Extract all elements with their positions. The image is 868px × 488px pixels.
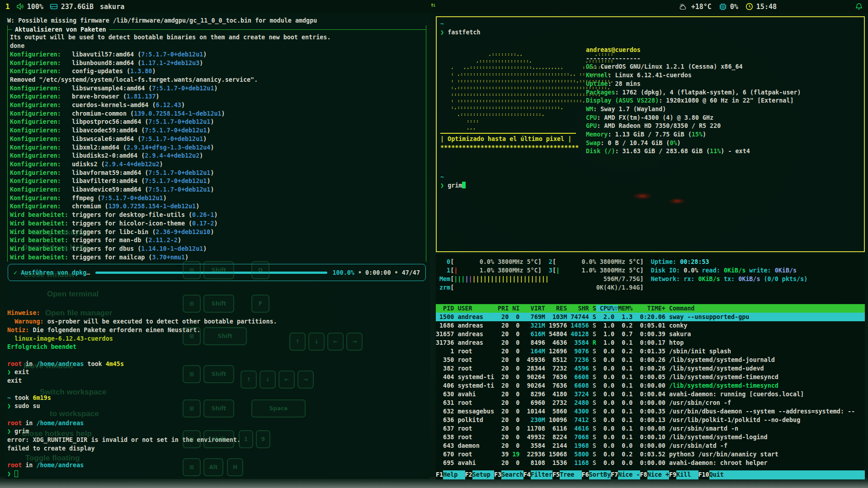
banner-rule bbox=[440, 133, 576, 134]
process-row[interactable]: 638 root 20 0 49932 8224 7068 S 0.0 0.1 … bbox=[436, 433, 865, 441]
terminal-line: --------------- bbox=[586, 55, 801, 63]
terminal-line: root in /home/andreas bbox=[7, 461, 427, 470]
chip-icon bbox=[719, 3, 727, 10]
fkey-label[interactable]: Kill bbox=[676, 470, 698, 479]
terminal-window-apt[interactable]: W: Possible missing firmware /lib/firmwa… bbox=[5, 15, 430, 479]
hostname: sakura bbox=[100, 3, 124, 11]
terminal-line: Konfigurieren: udisks2 (2.9.4-4+deb12u2) bbox=[10, 160, 426, 169]
fkey-label[interactable]: Quit bbox=[709, 470, 731, 479]
terminal-line: CPU: AMD FX(tm)-4300 (4) @ 3.80 GHz bbox=[586, 114, 801, 122]
process-row[interactable]: 636 polkitd 20 0 230M 10096 7412 S 0.0 0… bbox=[436, 416, 865, 424]
progress-percent: 100.0% bbox=[333, 269, 354, 276]
disk-icon bbox=[50, 3, 58, 10]
process-table-header[interactable]: PID USER PRI NI VIRT RES SHR S CPU%▽MEM%… bbox=[436, 304, 865, 313]
terminal-line: andreas@cuerdos bbox=[586, 46, 801, 55]
volume-module[interactable]: 100% bbox=[16, 3, 43, 11]
terminal-line: OS: CuerdOS GNU/Linux 1.2.1 (Cessna) x86… bbox=[586, 63, 801, 71]
disk-free-value: 237.6GiB bbox=[61, 3, 94, 11]
terminal-line: zrm[ 0K(4K)/1.94G] bbox=[439, 283, 861, 292]
process-row[interactable]: 630 avahi 20 0 8296 4180 3724 S 0.0 0.1 … bbox=[436, 390, 865, 399]
terminal-line: Konfigurieren: libpostproc56:amd64 (7:5.… bbox=[10, 118, 426, 127]
banner-stars: ************************************** bbox=[440, 144, 579, 151]
terminal-line: ❯ exit bbox=[7, 368, 427, 377]
progress-bar bbox=[95, 272, 327, 274]
command-grim: grim bbox=[448, 182, 462, 189]
process-row[interactable]: 406 systemd-ti 20 0 90264 7636 6608 S 0.… bbox=[436, 381, 865, 390]
volume-value: 100% bbox=[27, 3, 43, 11]
terminal-line bbox=[7, 284, 427, 292]
clock-icon bbox=[745, 3, 753, 10]
terminal-line: Konfigurieren: libavutil57:amd64 (7:5.1.… bbox=[10, 51, 426, 59]
fkey-label[interactable]: Nice - bbox=[618, 470, 640, 479]
weather-module[interactable]: +18°C bbox=[679, 3, 712, 11]
process-row[interactable]: 695 avahi 20 0 8108 1536 1168 S 0.0 0.0 … bbox=[436, 459, 865, 467]
progress-label bbox=[17, 269, 21, 276]
process-row[interactable]: 404 systemd-ti 20 0 90264 7636 6608 S 0.… bbox=[436, 373, 865, 381]
weather-icon bbox=[679, 3, 688, 10]
terminal-line: Removed "/etc/systemd/system/local-fs.ta… bbox=[10, 76, 426, 84]
fkey-label[interactable]: SortBy bbox=[589, 470, 611, 479]
terminal-line: Konfigurieren: chromium (139.0.7258.154-… bbox=[10, 202, 426, 211]
terminal-line: WM: Sway 1.7 (Wayland) bbox=[586, 105, 801, 114]
terminal-line bbox=[7, 411, 427, 419]
process-row[interactable]: 670 root 39 19 22936 15068 5800 S 0.0 0.… bbox=[436, 450, 865, 459]
process-row[interactable]: 31657 andreas 20 0 616M 54804 40128 S 1.… bbox=[436, 330, 865, 338]
terminal-line: done bbox=[10, 42, 426, 51]
fkey-label[interactable]: Setup bbox=[472, 470, 494, 479]
terminal-line bbox=[7, 385, 427, 394]
fkey-f7[interactable]: F7 bbox=[611, 470, 618, 479]
disk-module[interactable]: 237.6GiB bbox=[50, 3, 94, 11]
fkey-label[interactable]: Tree bbox=[560, 470, 581, 479]
cpu-module[interactable]: 0% bbox=[719, 3, 738, 11]
fkey-f3[interactable]: F3 bbox=[494, 470, 501, 479]
terminal-line: 0[ 0.0% 3800MHz 5°C] 2[ 0.0% 3800MHz 5°C… bbox=[439, 258, 861, 266]
banner-text: | Optimizado hasta el último pixel | bbox=[440, 136, 571, 142]
progress-time: 0:00:00 bbox=[365, 269, 391, 276]
shell-session-lines: Hinweise: Warnung: os-prober will be exe… bbox=[7, 284, 427, 478]
process-row[interactable]: 382 root 20 0 28344 7232 4596 S 0.0 0.1 … bbox=[436, 364, 865, 373]
bell-icon[interactable] bbox=[855, 3, 863, 10]
fkey-label[interactable]: Help bbox=[443, 470, 465, 479]
terminal-line: Warnung: os-prober will be executed to d… bbox=[7, 318, 427, 326]
fkey-f9[interactable]: F9 bbox=[669, 470, 676, 479]
terminal-line: W: Possible missing firmware /lib/firmwa… bbox=[7, 17, 427, 25]
fkey-f4[interactable]: F4 bbox=[524, 470, 531, 479]
process-row[interactable]: 1500 andreas 20 0 769M 103M 74744 S 2.0 … bbox=[436, 313, 865, 321]
terminal-line: Its output will be used to detect bootab… bbox=[10, 33, 426, 42]
terminal-window-htop[interactable]: 0[ 0.0% 3800MHz 5°C] 2[ 0.0% 3800MHz 5°C… bbox=[436, 254, 865, 479]
workspace-indicator[interactable]: 1 bbox=[5, 2, 10, 11]
fkey-f2[interactable]: F2 bbox=[465, 470, 472, 479]
time-value: 15:48 bbox=[756, 3, 777, 11]
terminal-line: Konfigurieren: libswscale6:amd64 (7:5.1.… bbox=[10, 135, 426, 144]
apt-frame-title-row: Aktualisieren von Paketen bbox=[7, 25, 426, 34]
progress-count: 47/47 bbox=[402, 269, 420, 276]
process-row[interactable]: 350 root 20 0 45936 8512 7236 S 0.0 0.1 … bbox=[436, 356, 865, 364]
terminal-line: ❯ grim bbox=[7, 427, 427, 436]
fkey-label[interactable]: Search bbox=[501, 470, 523, 479]
htop-function-key-bar: F1Help F2Setup F3SearchF4FilterF5Tree F6… bbox=[436, 470, 865, 479]
process-row[interactable]: 631 root 20 0 6960 2732 2480 S 0.0 0.0 0… bbox=[436, 399, 865, 407]
fkey-label[interactable]: Nice + bbox=[647, 470, 669, 479]
terminal-line: Uptime: 28 mins bbox=[586, 80, 801, 89]
terminal-window-fastfetch[interactable]: ~ ❯ fastfetch ,,,, ,::::::::,, ,::::: ,:… bbox=[436, 16, 865, 252]
terminal-line: linux-image-6.12.43-cuerdos bbox=[7, 335, 427, 343]
terminal-line: Notiz: Die folgenden Pakete erfordern ei… bbox=[7, 326, 427, 335]
terminal-line: ~ took 6m19s bbox=[7, 394, 427, 403]
process-row[interactable]: 637 root 20 0 11708 6116 4616 S 0.0 0.1 … bbox=[436, 424, 865, 433]
fkey-f10[interactable]: F10 bbox=[698, 470, 709, 479]
process-row[interactable]: 1 root 20 0 164M 12696 9076 S 0.0 0.2 0:… bbox=[436, 347, 865, 356]
fkey-f6[interactable]: F6 bbox=[582, 470, 589, 479]
fkey-f5[interactable]: F5 bbox=[552, 470, 560, 479]
process-row[interactable]: 1686 andreas 20 0 321M 19576 14856 S 1.0… bbox=[436, 321, 865, 330]
fkey-f8[interactable]: F8 bbox=[640, 470, 647, 479]
cpu-percent-value: 0% bbox=[730, 3, 738, 11]
terminal-line: Wird bearbeitet: triggers for hicolor-ic… bbox=[10, 220, 426, 228]
terminal-line: Mem[|||||||||||||||||||||||||| 596M/7.75… bbox=[439, 275, 861, 283]
fkey-label[interactable]: Filter bbox=[531, 470, 552, 479]
fkey-f1[interactable]: F1 bbox=[436, 470, 443, 479]
process-row[interactable]: 31736 andreas 20 0 8496 4636 3584 R 1.0 … bbox=[436, 338, 865, 347]
terminal-line: GPU: AMD Radeon HD 7350/8350 / R5 220 bbox=[586, 122, 801, 131]
process-row[interactable]: 632 messagebus 20 0 10144 5860 4300 S 0.… bbox=[436, 407, 865, 416]
process-row[interactable]: 643 daemon 20 0 3584 2144 1968 S 0.0 0.0… bbox=[436, 441, 865, 450]
clock-module[interactable]: 15:48 bbox=[745, 3, 777, 11]
